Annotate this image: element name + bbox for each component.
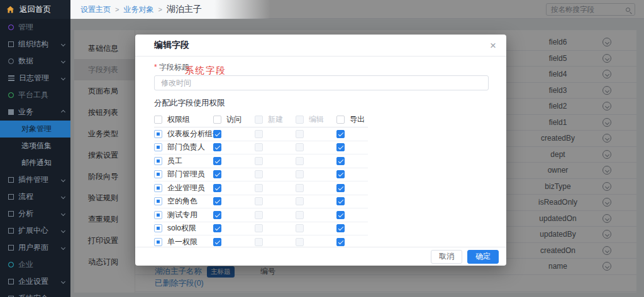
field-title-input[interactable] — [154, 75, 489, 90]
sidebar-item-label: 用户界面 — [18, 242, 48, 253]
sidebar-item[interactable]: 日志管理 — [0, 70, 70, 87]
permission-cell — [296, 184, 336, 192]
checkbox-unchecked[interactable] — [213, 116, 221, 124]
checkbox-indeterminate[interactable] — [154, 157, 162, 165]
sidebar-item-label: 企业设置 — [18, 276, 48, 287]
sidebar-item[interactable]: 选项值集 — [0, 138, 70, 154]
permission-row: 部门管理员 — [154, 168, 368, 182]
ok-button[interactable]: 确定 — [467, 250, 499, 264]
required-mark: * — [154, 63, 157, 72]
checkbox-checked[interactable] — [336, 170, 345, 178]
checkbox-disabled — [296, 224, 304, 232]
breadcrumb-separator: > — [115, 6, 119, 13]
breadcrumb-business-objects[interactable]: 业务对象 — [123, 4, 153, 15]
checkbox-checked[interactable] — [336, 224, 345, 232]
cube-icon — [8, 109, 14, 115]
checkbox-indeterminate[interactable] — [154, 224, 162, 232]
checkbox-unchecked[interactable] — [154, 116, 162, 124]
dialog-title: 编辑字段 — [154, 40, 189, 51]
sidebar-item-label: 分析 — [18, 208, 33, 219]
permission-group-name: 企业管理员 — [167, 183, 205, 193]
checkbox-disabled — [255, 143, 263, 151]
cancel-button[interactable]: 取消 — [431, 250, 462, 264]
breadcrumb-settings-home[interactable]: 设置主页 — [80, 4, 111, 15]
chevron-down-icon — [61, 42, 65, 46]
checkbox-checked[interactable] — [213, 157, 221, 165]
checkbox-checked[interactable] — [213, 211, 221, 219]
close-icon[interactable]: × — [490, 40, 496, 51]
checkbox-checked[interactable] — [213, 130, 221, 138]
checkbox-checked[interactable] — [213, 184, 221, 192]
checkbox-indeterminate[interactable] — [154, 130, 162, 138]
chevron-down-icon — [61, 246, 65, 250]
permission-cell — [213, 224, 255, 232]
checkbox-unchecked[interactable] — [336, 116, 345, 124]
checkbox-checked[interactable] — [213, 170, 221, 178]
column-label: 编辑 — [309, 114, 324, 125]
sidebar-item[interactable]: 组织结构 — [0, 36, 70, 53]
sidebar-item[interactable]: 用户界面 — [0, 239, 70, 256]
checkbox-indeterminate[interactable] — [154, 184, 162, 192]
sidebar-item[interactable]: 业务 — [0, 104, 70, 121]
system-field-annotation: 系统字段 — [185, 65, 226, 77]
sidebar-item[interactable]: 邮件通知 — [0, 154, 70, 171]
permission-cell — [255, 211, 296, 219]
permission-cell — [336, 157, 368, 165]
checkbox-checked[interactable] — [336, 197, 345, 205]
permission-cell — [336, 224, 368, 232]
permission-cell — [296, 224, 336, 232]
permission-header-cell: 新建 — [255, 114, 296, 125]
checkbox-indeterminate[interactable] — [154, 170, 162, 178]
permission-group-name: 空的角色 — [167, 196, 197, 207]
checkbox-disabled — [255, 116, 263, 124]
checkbox-checked[interactable] — [213, 197, 221, 205]
sidebar-item[interactable]: 插件管理 — [0, 171, 70, 188]
sidebar-item[interactable]: 扩展中心 — [0, 222, 70, 239]
sidebar-item[interactable]: 平台工具 — [0, 87, 70, 104]
permission-cell — [336, 170, 368, 178]
sidebar-item-label: 扩展中心 — [18, 225, 48, 236]
checkbox-checked[interactable] — [336, 130, 345, 138]
checkbox-checked[interactable] — [336, 211, 345, 219]
sidebar-item-label: 数据 — [18, 56, 33, 67]
permission-row: solo权限 — [154, 222, 368, 236]
permission-group-name: 测试专用 — [167, 210, 197, 220]
checkbox-disabled — [255, 157, 263, 165]
checkbox-checked[interactable] — [336, 184, 345, 192]
checkbox-checked[interactable] — [213, 224, 221, 232]
sidebar-item[interactable]: 企业 — [0, 256, 70, 273]
permission-row: 部门负责人 — [154, 141, 368, 155]
checkbox-disabled — [255, 211, 263, 219]
flow-icon — [8, 194, 14, 200]
checkbox-disabled — [296, 130, 304, 138]
checkbox-indeterminate[interactable] — [154, 197, 162, 205]
sidebar-item[interactable]: 分析 — [0, 205, 70, 222]
permission-cell — [336, 197, 368, 205]
sidebar-item[interactable]: 数据 — [0, 53, 70, 70]
checkbox-indeterminate[interactable] — [154, 238, 162, 246]
sidebar-menu: 管理组织结构数据日志管理平台工具业务对象管理选项值集邮件通知插件管理流程分析扩展… — [0, 19, 70, 297]
checkbox-disabled — [296, 211, 304, 219]
checkbox-checked[interactable] — [336, 238, 345, 246]
permission-cell — [213, 170, 255, 178]
permission-cell — [296, 197, 336, 205]
checkbox-checked[interactable] — [213, 238, 221, 246]
chart-icon — [8, 211, 14, 217]
sidebar-item[interactable]: 企业设置 — [0, 273, 70, 290]
back-home-button[interactable]: 返回首页 — [0, 0, 70, 19]
checkbox-checked[interactable] — [336, 157, 345, 165]
circle-green-icon — [8, 92, 14, 98]
checkbox-indeterminate[interactable] — [154, 211, 162, 219]
sidebar-item[interactable]: 系统安全 — [0, 290, 70, 297]
sidebar-item[interactable]: 对象管理 — [0, 121, 70, 138]
sidebar: 返回首页 管理组织结构数据日志管理平台工具业务对象管理选项值集邮件通知插件管理流… — [0, 0, 70, 297]
checkbox-indeterminate[interactable] — [154, 143, 162, 151]
checkbox-checked[interactable] — [336, 143, 345, 151]
checkbox-checked[interactable] — [213, 143, 221, 151]
checkbox-disabled — [255, 170, 263, 178]
sidebar-item-label: 邮件通知 — [21, 158, 52, 168]
sidebar-item[interactable]: 流程 — [0, 188, 70, 205]
chevron-down-icon — [61, 279, 65, 284]
sidebar-item-label: 组织结构 — [18, 39, 48, 50]
sidebar-item[interactable]: 管理 — [0, 19, 70, 36]
